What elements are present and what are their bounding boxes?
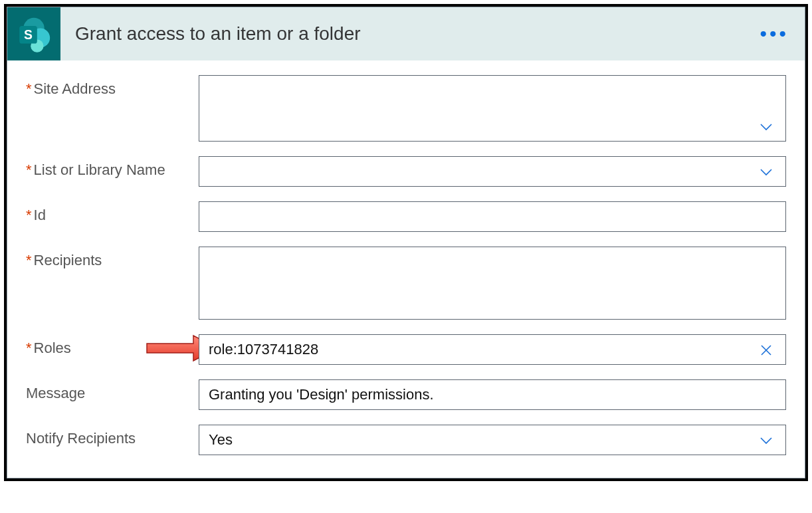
sharepoint-logo: S [7, 7, 60, 60]
row-list-name: *List or Library Name [26, 156, 786, 187]
row-notify: Notify Recipients Yes [26, 425, 786, 455]
required-asterisk: * [26, 207, 32, 223]
label-notify: Notify Recipients [26, 425, 199, 447]
row-message: Message Granting you 'Design' permission… [26, 379, 786, 410]
input-recipients[interactable] [199, 247, 786, 320]
chevron-down-icon[interactable] [757, 433, 775, 449]
input-roles[interactable]: role:1073741828 [199, 334, 786, 365]
row-recipients: *Recipients [26, 247, 786, 320]
chevron-down-icon[interactable] [757, 119, 775, 135]
row-roles: *Roles [26, 334, 786, 365]
card-title: Grant access to an item or a folder [75, 23, 361, 45]
chevron-down-icon[interactable] [757, 164, 775, 180]
more-menu-icon[interactable]: ••• [756, 23, 793, 45]
input-list-name[interactable] [199, 156, 786, 187]
label-message: Message [26, 379, 199, 402]
label-id: *Id [26, 201, 199, 224]
svg-text:S: S [24, 28, 33, 42]
card-header: S Grant access to an item or a folder ••… [7, 7, 805, 60]
required-asterisk: * [26, 161, 32, 178]
label-site-address: *Site Address [26, 75, 199, 98]
label-roles: *Roles [26, 334, 199, 357]
row-site-address: *Site Address [26, 75, 786, 142]
form-body: *Site Address *List or Library Name [7, 60, 805, 478]
input-site-address[interactable] [199, 75, 786, 142]
window-frame: S Grant access to an item or a folder ••… [4, 4, 808, 481]
required-asterisk: * [26, 252, 32, 268]
required-asterisk: * [26, 340, 32, 356]
input-message[interactable]: Granting you 'Design' permissions. [199, 379, 786, 410]
input-notify[interactable]: Yes [199, 425, 786, 455]
label-list-name: *List or Library Name [26, 156, 199, 179]
action-card: S Grant access to an item or a folder ••… [7, 7, 805, 478]
label-recipients: *Recipients [26, 247, 199, 269]
row-id: *Id [26, 201, 786, 232]
required-asterisk: * [26, 80, 32, 97]
clear-icon[interactable] [757, 342, 775, 358]
input-id[interactable] [199, 201, 786, 232]
